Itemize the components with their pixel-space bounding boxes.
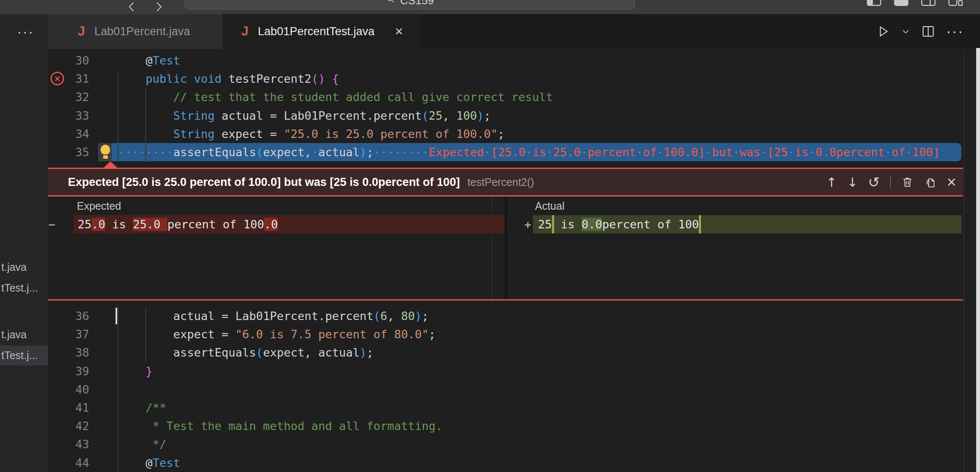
customize-layout-icon[interactable] <box>948 0 963 8</box>
tab-close-icon[interactable]: × <box>395 23 403 39</box>
vscode-window: CS159 ··· J Lab01Percent.java J <box>0 0 980 472</box>
toggle-primary-sidebar-icon[interactable] <box>866 0 882 8</box>
code-line[interactable]: 39 } <box>48 362 964 380</box>
peek-toolbar: ↑ ↓ ↺ × <box>826 174 963 191</box>
run-dropdown-chevron-icon[interactable] <box>901 27 910 36</box>
code-text[interactable]: actual = Lab01Percent.percent(6, 80); <box>118 307 429 325</box>
code-line[interactable]: 34 String expect = "25.0 is 25.0 percent… <box>48 125 964 143</box>
actual-panel: Actual + 25 is 0.0percent of 100 <box>507 197 963 299</box>
insertion-gutter-sign: + <box>524 215 531 233</box>
sidebar-file-item[interactable]: t.java <box>0 257 48 277</box>
expected-diff-line[interactable]: − 25.0 is 25.0 percent of 100.0 <box>48 215 504 233</box>
line-number: 39 <box>48 362 118 380</box>
open-in-file-icon[interactable] <box>924 176 937 188</box>
code-line[interactable]: 37 expect = "6.0 is 7.5 percent of 80.0"… <box>48 325 964 343</box>
search-icon <box>386 0 396 7</box>
code-text[interactable]: @Test <box>118 51 180 70</box>
java-file-icon: J <box>241 24 248 39</box>
code-line[interactable]: 32 // test that the student added call g… <box>48 88 964 106</box>
diff-changed-segment: .0 <box>92 218 106 231</box>
line-number: 36 <box>48 307 118 325</box>
line-number: 38 <box>48 343 118 362</box>
toolbar-separator <box>890 176 891 188</box>
command-center-search[interactable]: CS159 <box>185 0 635 9</box>
code-line[interactable]: 36 actual = Lab01Percent.percent(6, 80); <box>48 307 964 325</box>
diff-text-segment: is <box>554 218 582 231</box>
code-text[interactable]: assertEquals(expect, actual); <box>118 343 373 362</box>
test-failure-peek: Expected [25.0 is 25.0 percent of 100.0]… <box>48 168 963 301</box>
code-text[interactable]: String expect = "25.0 is 25.0 percent of… <box>118 125 504 143</box>
code-text[interactable]: } <box>118 362 152 380</box>
code-line[interactable]: 43 */ <box>48 435 964 453</box>
diff-text-segment: 25 <box>538 218 552 231</box>
code-line[interactable]: 33 String actual = Lab01Percent.percent(… <box>48 107 964 125</box>
sidebar-file-item[interactable]: tTest.j... <box>0 346 48 365</box>
code-line[interactable]: 42 * Test the main method and all format… <box>48 417 964 435</box>
tab-lab01percenttest[interactable]: J Lab01PercentTest.java × <box>222 14 422 49</box>
line-number: 40 <box>48 380 118 399</box>
navigate-forward-button[interactable] <box>152 0 165 13</box>
expected-panel: Expected − 25.0 is 25.0 percent of 100.0 <box>48 197 504 299</box>
code-text[interactable]: ········assertEquals(expect,·actual);···… <box>118 143 940 161</box>
code-text[interactable]: expect = "6.0 is 7.5 percent of 80.0"; <box>118 325 436 343</box>
code-line[interactable]: 35········assertEquals(expect,·actual);·… <box>48 143 964 161</box>
peek-context: testPercent2() <box>467 176 534 188</box>
code-editor[interactable]: 30 @Test×31 public void testPercent2() {… <box>48 49 964 472</box>
diff-text-segment: percent of 100 <box>167 218 264 231</box>
actual-label: Actual <box>535 200 564 212</box>
explorer-sidebar: t.javatTest.j...t.javatTest.j... <box>0 49 48 472</box>
code-text[interactable]: // test that the student added call give… <box>118 88 553 106</box>
code-line[interactable]: 41 /** <box>48 399 964 417</box>
code-text[interactable]: * Test the main method and all formattin… <box>118 417 442 435</box>
actual-diff-line[interactable]: + 25 is 0.0percent of 100 <box>507 215 963 233</box>
split-editor-icon[interactable] <box>921 25 935 38</box>
code-text[interactable]: */ <box>118 435 166 453</box>
code-text[interactable]: @Test <box>118 454 180 472</box>
code-text[interactable]: String actual = Lab01Percent.percent(25,… <box>118 107 491 125</box>
diff-changed-segment: .0 <box>264 218 278 231</box>
previous-failure-icon[interactable]: ↑ <box>826 175 837 190</box>
code-line[interactable]: 44 @Test <box>48 454 964 472</box>
navigate-back-button[interactable] <box>126 0 138 13</box>
diff-text-segment: is <box>105 218 133 231</box>
peek-title: Expected [25.0 is 25.0 percent of 100.0]… <box>68 176 460 189</box>
diff-changed-segment: 25.0 <box>133 218 167 231</box>
code-line[interactable]: 30 @Test <box>48 51 964 70</box>
code-line[interactable]: 40 <box>48 380 964 399</box>
line-number: 32 <box>48 88 118 106</box>
run-button[interactable] <box>876 25 890 38</box>
diff-text-segment: 25 <box>78 218 92 231</box>
window-layout-controls <box>866 0 963 8</box>
lightbulb-icon[interactable] <box>101 145 110 160</box>
expected-label: Expected <box>77 200 121 212</box>
diff-changed-segment: 0.0 <box>582 218 603 231</box>
java-file-icon: J <box>78 24 85 39</box>
code-text[interactable]: /** <box>118 399 166 417</box>
test-history-icon[interactable]: ↺ <box>868 174 880 191</box>
text-cursor <box>115 308 117 324</box>
sidebar-file-item[interactable]: tTest.j... <box>0 278 48 298</box>
code-line[interactable]: 38 assertEquals(expect, actual); <box>48 343 964 362</box>
editor-actions: ··· <box>876 14 964 49</box>
line-number: 41 <box>48 399 118 417</box>
line-number: 33 <box>48 107 118 125</box>
toggle-panel-icon[interactable] <box>893 0 909 8</box>
deletion-gutter-sign: − <box>48 215 55 233</box>
peek-anchor-arrow <box>103 161 118 168</box>
code-text[interactable]: public void testPercent2() { <box>118 70 339 88</box>
line-number: 34 <box>48 125 118 143</box>
sidebar-header: ··· <box>0 14 48 49</box>
line-number: 37 <box>48 325 118 343</box>
titlebar: CS159 <box>0 0 980 14</box>
editor-scrollbar-edge[interactable] <box>964 49 964 472</box>
line-number: 44 <box>48 454 118 472</box>
test-failure-gutter-icon[interactable]: × <box>51 72 64 85</box>
diff-sash[interactable] <box>504 197 507 299</box>
sidebar-file-item[interactable]: t.java <box>0 325 48 345</box>
clear-results-trash-icon[interactable] <box>901 176 914 188</box>
toggle-secondary-sidebar-icon[interactable] <box>921 0 936 8</box>
tab-lab01percent[interactable]: J Lab01Percent.java <box>48 14 222 49</box>
editor-more-actions-icon[interactable]: ··· <box>946 22 964 40</box>
next-failure-icon[interactable]: ↓ <box>847 175 858 190</box>
code-line[interactable]: ×31 public void testPercent2() { <box>48 70 964 88</box>
